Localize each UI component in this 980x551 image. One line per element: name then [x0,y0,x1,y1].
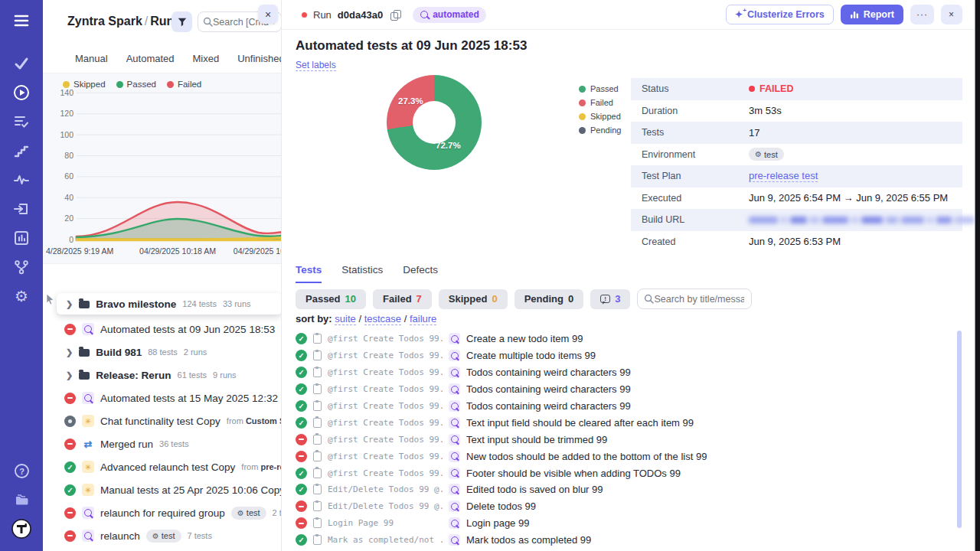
filter-failed[interactable]: Failed7 [373,289,432,309]
tab-defects[interactable]: Defects [403,264,438,283]
chevron-right-icon[interactable]: ❯ [66,347,73,357]
filter-button[interactable] [172,11,192,32]
tab-mixed[interactable]: Mixed [193,53,220,64]
suite-name: @first Create Todos 99... [328,401,443,411]
logo[interactable] [0,514,43,543]
test-row[interactable]: Edit/Delete Todos 99 @...Edited todo is … [296,481,954,498]
stairs-icon[interactable] [0,136,43,165]
run-folder-row[interactable]: ❯ Release: Rerun 61 tests 9 runs [43,364,282,386]
tests-search-input[interactable] [654,294,744,305]
run-name: Advanced relaunch test Copy [100,461,235,473]
copy-icon[interactable] [390,10,400,20]
help-icon[interactable]: ? [0,456,43,485]
tests-scrollbar[interactable] [957,331,962,528]
test-row[interactable]: @first Create Todos 99...Text input shou… [296,431,954,448]
run-row[interactable]: relaunch ⚙test 7 tests [43,524,282,547]
detail-row-executed: Executed Jun 9, 2025 6:54 PM → Jun 9, 20… [631,187,962,210]
tab-tests[interactable]: Tests [296,264,322,283]
filter-comments[interactable]: !3 [590,289,630,309]
run-row[interactable]: Chat functinality test Copy from Custom … [43,409,282,432]
test-row[interactable]: @first Create Todos 99...Create a new to… [296,331,954,347]
test-row[interactable]: @first Create Todos 99...New todos shoul… [296,448,954,465]
test-row[interactable]: @first Create Todos 99...Todos containin… [296,364,954,381]
run-row[interactable]: relaunch for required group ⚙test 2 test… [43,501,282,524]
svg-text:?: ? [19,466,24,475]
automated-icon [449,500,460,512]
test-plan-link[interactable]: pre-release test [749,170,818,182]
automated-badge[interactable]: automated [413,7,486,23]
svg-text:100: 100 [60,130,74,139]
detail-row-created: Created Jun 9, 2025 6:53 PM [631,231,962,253]
test-row[interactable]: Login Page 99Login page 99 [296,515,954,532]
test-title: Todos containing weird characters 99 [466,383,631,395]
clusterize-errors-button[interactable]: ✦Clusterize Errors [726,5,834,24]
run-folder-row[interactable]: ❯ Build 981 88 tests 2 runs [43,341,282,364]
check-icon[interactable] [0,49,43,78]
folder-runs-count: 2 runs [184,347,207,357]
more-button[interactable]: ··· [910,5,934,24]
projects-icon[interactable] [0,485,43,514]
folder-tests-count: 88 tests [148,347,178,357]
activity-icon[interactable] [0,165,43,194]
tab-manual[interactable]: Manual [75,53,108,64]
filter-passed[interactable]: Passed10 [296,289,366,309]
test-row[interactable]: @first Create Todos 99...Text input fiel… [296,414,954,431]
report-button[interactable]: Report [841,5,903,24]
run-row[interactable]: Merged run 36 tests [43,432,282,455]
environment-pill: ⚙test [231,507,266,520]
automated-run-icon [82,392,94,404]
run-type-tabs: Manual Automated Mixed Unfinished [43,46,282,70]
sort-by-failure[interactable]: failure [410,313,436,325]
filter-skipped[interactable]: Skipped0 [439,289,508,309]
test-row[interactable]: @first Create Todos 99...Todos containin… [296,398,954,415]
chevron-right-icon[interactable]: ❯ [66,370,73,380]
bar-chart-icon[interactable] [0,223,43,253]
detail-row-status: Status FAILED [631,78,962,100]
automated-icon [449,417,460,429]
test-row[interactable]: @first Create Todos 99...Create multiple… [296,347,954,364]
run-row[interactable]: Advanced relaunch test Copy from pre-rel… [43,455,282,478]
project-name: Zyntra Spark [67,15,142,28]
git-branch-icon[interactable] [0,253,43,282]
set-labels-link[interactable]: Set labels [296,60,336,71]
run-status-dot [302,12,307,18]
test-row[interactable]: @first Create Todos 99...Todos containin… [296,381,954,398]
run-name: Automated tests at 15 May 2025 12:32 [100,393,278,404]
close-run-button[interactable]: × [941,5,962,24]
test-status-icon [296,350,307,361]
environment-pill: ⚙test [146,530,181,543]
gear-icon[interactable]: ⚙ [0,282,43,311]
filter-pending[interactable]: Pending0 [514,289,584,309]
sort-by-testcase[interactable]: testcase [364,313,401,325]
hamburger-icon[interactable] [0,6,43,35]
run-name: relaunch [100,530,140,542]
test-status-icon [296,333,307,344]
automated-icon [449,333,460,344]
run-row[interactable]: Automated tests at 15 May 2025 12:32 fro… [43,386,282,409]
clipboard-icon [313,334,322,344]
test-title: Create multiple todo items 99 [466,350,596,361]
play-circle-icon[interactable] [0,78,43,107]
app-sidebar: ⚙ ? [0,0,43,551]
run-row[interactable]: Automated tests at 09 Jun 2025 18:53 fro… [43,318,282,341]
tab-unfinished[interactable]: Unfinished [237,53,282,64]
tab-statistics[interactable]: Statistics [341,264,383,283]
test-row[interactable]: Edit/Delete Todos 99 @...Delete todos 99 [296,498,954,515]
test-title: Todos containing weird characters 99 [466,367,631,378]
run-folder-row[interactable]: ❯ Bravo milestone 124 tests 33 runs [57,293,282,315]
folder-runs-count: 9 runs [213,370,237,380]
panel-close-button[interactable]: × [258,5,278,24]
tab-automated[interactable]: Automated [126,53,175,64]
tests-list: @first Create Todos 99...Create a new to… [296,331,954,549]
legend-skipped: Skipped [579,112,621,121]
test-row[interactable]: @first Create Todos 99...Footer should b… [296,465,954,481]
sort-by-suite[interactable]: suite [335,313,355,325]
test-title: Text input should be trimmed 99 [466,434,607,445]
tests-search[interactable] [637,289,752,309]
chevron-right-icon[interactable]: ❯ [66,299,73,309]
sign-in-icon[interactable] [0,194,43,223]
list-check-icon[interactable] [0,107,43,136]
test-row[interactable]: Mark as completed/not ...Mark todos as c… [296,532,954,549]
run-row[interactable]: Manual tests at 25 Apr 2025 10:06 Copy f… [43,478,282,501]
skipped-dot [579,113,586,120]
